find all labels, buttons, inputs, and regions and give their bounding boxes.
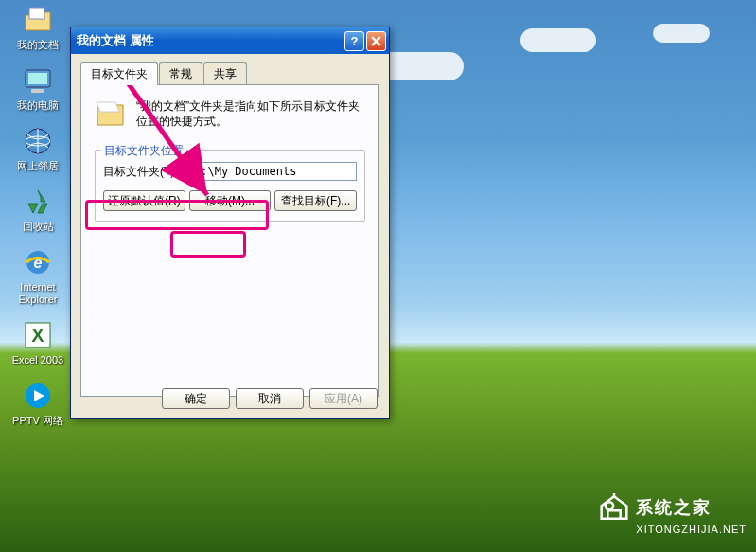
svg-rect-3	[31, 89, 44, 93]
svg-point-16	[606, 502, 613, 509]
tab-target-folder[interactable]: 目标文件夹	[80, 62, 158, 85]
restore-default-button[interactable]: 还原默认值(R)	[103, 190, 185, 211]
tab-share[interactable]: 共享	[203, 62, 247, 85]
help-button[interactable]: ?	[344, 31, 364, 51]
svg-rect-0	[29, 8, 44, 19]
desktop-icon-my-documents[interactable]: 我的文档	[4, 4, 72, 51]
ie-icon: e	[22, 246, 54, 278]
find-target-button[interactable]: 查找目标(F)...	[274, 190, 357, 211]
desktop-icon-label: Internet Explorer	[4, 281, 72, 306]
sky-clouds	[331, 19, 756, 95]
computer-icon	[22, 64, 54, 97]
desktop-icon-label: 我的电脑	[4, 99, 72, 112]
watermark-title: 系统之家	[636, 496, 712, 519]
folder-docs-icon	[22, 4, 54, 36]
tab-panel: “我的文档”文件夹是指向如下所示目标文件夹位置的快捷方式。 目标文件夹位置 目标…	[80, 84, 379, 397]
desktop-icon-label: Excel 2003	[4, 354, 72, 366]
group-legend: 目标文件夹位置	[101, 143, 186, 159]
desktop-icon-label: 回收站	[4, 221, 72, 233]
desktop-icon-recycle-bin[interactable]: 回收站	[4, 186, 72, 233]
desktop-icon-network-places[interactable]: 网上邻居	[4, 125, 72, 172]
properties-dialog: 我的文档 属性 ? 目标文件夹 常规 共享 “我的文档”文件夹是指向如下所示目标…	[70, 27, 390, 419]
cancel-button[interactable]: 取消	[236, 388, 304, 409]
svg-text:X: X	[31, 325, 44, 346]
titlebar[interactable]: 我的文档 属性 ?	[71, 27, 389, 54]
pptv-icon	[22, 380, 54, 412]
desktop-icon-excel-2003[interactable]: XExcel 2003	[4, 319, 72, 366]
watermark-logo-icon	[598, 493, 630, 522]
apply-button[interactable]: 应用(A)	[309, 388, 378, 409]
svg-text:e: e	[34, 255, 43, 271]
recycle-icon	[22, 186, 54, 218]
tab-row: 目标文件夹 常规 共享	[80, 62, 379, 85]
network-icon	[22, 125, 54, 157]
ok-button[interactable]: 确定	[162, 388, 230, 409]
target-folder-input[interactable]	[190, 162, 357, 181]
tab-general[interactable]: 常规	[159, 62, 202, 85]
move-button[interactable]: 移动(M)...	[189, 190, 272, 211]
watermark-url: XITONGZHIJIA.NET	[636, 524, 747, 535]
desktop-icon-label: 网上邻居	[4, 160, 72, 172]
excel-icon: X	[22, 319, 54, 351]
svg-rect-2	[28, 73, 47, 84]
close-icon	[371, 36, 381, 46]
close-button[interactable]	[366, 31, 386, 51]
desktop-icon-internet-explorer[interactable]: eInternet Explorer	[4, 246, 72, 306]
target-location-group: 目标文件夹位置 目标文件夹(T): 还原默认值(R) 移动(M)... 查找目标…	[95, 150, 365, 222]
desktop-icon-label: PPTV 网络	[4, 415, 72, 427]
watermark: 系统之家 XITONGZHIJIA.NET	[598, 493, 747, 535]
dialog-title: 我的文档 属性	[77, 32, 343, 49]
desktop-icon-label: 我的文档	[4, 39, 72, 51]
target-field-label: 目标文件夹(T):	[103, 164, 190, 180]
desktop-icon-my-computer[interactable]: 我的电脑	[4, 64, 72, 112]
desktop-icon-pptv[interactable]: PPTV 网络	[4, 380, 72, 427]
info-text: “我的文档”文件夹是指向如下所示目标文件夹位置的快捷方式。	[136, 98, 365, 131]
folder-info-icon	[95, 98, 127, 131]
